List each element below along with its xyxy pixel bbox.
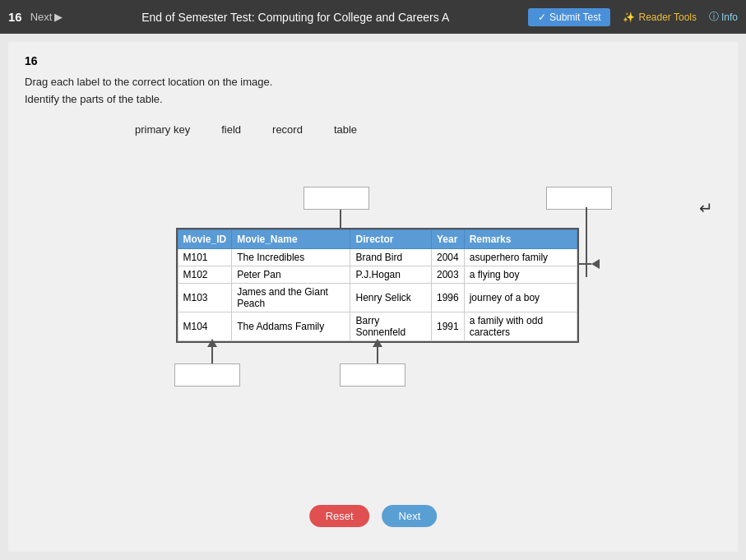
next-nav-icon: ▶ xyxy=(54,11,63,23)
check-icon: ✓ xyxy=(538,12,546,23)
instruction-1: Drag each label to the correct location … xyxy=(25,76,721,88)
col-header-movie-name: Movie_Name xyxy=(232,230,350,249)
top-bar: 16 Next ▶ End of Semester Test: Computin… xyxy=(0,0,746,34)
wand-icon: ✨ xyxy=(623,12,635,23)
col-header-movie-id: Movie_ID xyxy=(178,230,232,249)
col-header-director: Director xyxy=(350,230,432,249)
col-header-year: Year xyxy=(432,230,465,249)
table-row: M102 Peter Pan P.J.Hogan 2003 a flying b… xyxy=(178,266,577,284)
question-number: 16 xyxy=(8,10,22,24)
table-row: M101 The Incredibles Brand Bird 2004 asu… xyxy=(178,249,577,266)
arrow-table-right xyxy=(579,259,600,269)
question-label: 16 xyxy=(25,54,721,67)
reset-button[interactable]: Reset xyxy=(309,505,370,527)
info-button[interactable]: ⓘ Info xyxy=(709,10,738,24)
drop-box-record[interactable] xyxy=(340,363,405,386)
bottom-buttons: Reset Next xyxy=(309,505,438,527)
next-nav-button[interactable]: Next ▶ xyxy=(30,11,63,23)
info-icon: ⓘ xyxy=(709,10,719,24)
database-table: Movie_ID Movie_Name Director Year Remark… xyxy=(176,228,579,343)
submit-test-button[interactable]: ✓ Submit Test xyxy=(528,8,610,26)
label-table[interactable]: table xyxy=(331,122,360,137)
drop-box-field[interactable] xyxy=(303,187,369,210)
main-content: 16 Drag each label to the correct locati… xyxy=(8,42,738,552)
table-row: M104 The Addams Family Barry Sonnenfeld … xyxy=(178,312,577,341)
labels-row: primary key field record table xyxy=(132,122,721,137)
label-field[interactable]: field xyxy=(218,122,244,137)
reader-tools-button[interactable]: ✨ Reader Tools xyxy=(623,12,697,23)
instruction-2: Identify the parts of the table. xyxy=(25,93,721,105)
drop-box-table[interactable] xyxy=(546,187,612,210)
drop-box-primary-key[interactable] xyxy=(174,363,240,386)
label-primary-key[interactable]: primary key xyxy=(132,122,193,137)
next-button[interactable]: Next xyxy=(382,505,438,527)
table-row: M103 James and the Giant Peach Henry Sel… xyxy=(178,284,577,312)
top-bar-actions: ✓ Submit Test ✨ Reader Tools ⓘ Info xyxy=(528,8,738,26)
label-record[interactable]: record xyxy=(269,122,306,137)
col-header-remarks: Remarks xyxy=(464,230,577,249)
diagram-area: Movie_ID Movie_Name Director Year Remark… xyxy=(94,162,653,450)
cursor-indicator: ↵ xyxy=(699,198,713,218)
test-title: End of Semester Test: Computing for Coll… xyxy=(71,11,520,24)
